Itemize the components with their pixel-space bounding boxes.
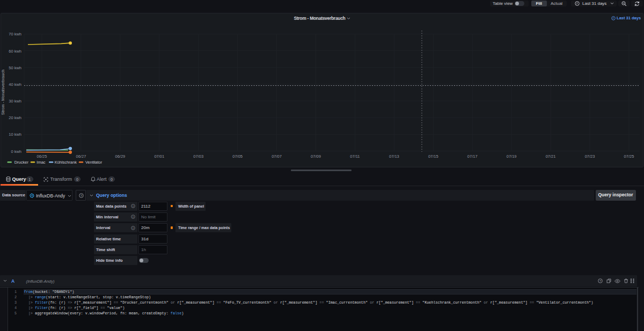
svg-text:07/15: 07/15	[428, 154, 438, 159]
svg-text:30 kwh: 30 kwh	[9, 99, 21, 104]
svg-text:i: i	[133, 205, 134, 208]
svg-text:20 kwh: 20 kwh	[9, 115, 21, 120]
svg-text:07/05: 07/05	[232, 154, 243, 159]
svg-text:07/11: 07/11	[350, 154, 360, 159]
svg-text:06/29: 06/29	[115, 154, 125, 159]
svg-text:?: ?	[599, 279, 601, 283]
svg-text:?: ?	[80, 194, 82, 197]
svg-text:07/17: 07/17	[467, 154, 478, 159]
svg-text:07/21: 07/21	[546, 154, 556, 159]
svg-text:06/25: 06/25	[37, 154, 47, 159]
svg-text:10 kwh: 10 kwh	[9, 132, 21, 137]
svg-text:07/03: 07/03	[193, 154, 203, 159]
svg-text:40 kwh: 40 kwh	[9, 82, 21, 87]
svg-text:70 kwh: 70 kwh	[9, 32, 21, 36]
svg-text:Kühlschrank: Kühlschrank	[55, 160, 77, 165]
svg-text:Ventilator: Ventilator	[85, 160, 103, 165]
svg-text:Drucker: Drucker	[14, 160, 29, 165]
svg-text:07/19: 07/19	[507, 154, 517, 159]
svg-text:06/27: 06/27	[76, 154, 86, 159]
svg-text:i: i	[133, 216, 134, 218]
svg-text:50 kwh: 50 kwh	[9, 65, 21, 70]
svg-text:60 kwh: 60 kwh	[9, 49, 21, 54]
svg-text:0 kwh: 0 kwh	[11, 149, 21, 154]
svg-text:07/01: 07/01	[154, 154, 164, 159]
svg-text:07/23: 07/23	[585, 154, 595, 159]
svg-text:07/25: 07/25	[624, 154, 634, 159]
svg-text:Imac: Imac	[36, 160, 46, 165]
svg-text:07/07: 07/07	[272, 154, 282, 159]
svg-text:i: i	[133, 226, 134, 229]
svg-text:07/09: 07/09	[311, 154, 321, 159]
svg-text:Strom - Monatsverbrauch: Strom - Monatsverbrauch	[1, 70, 5, 115]
svg-text:07/13: 07/13	[389, 154, 399, 159]
